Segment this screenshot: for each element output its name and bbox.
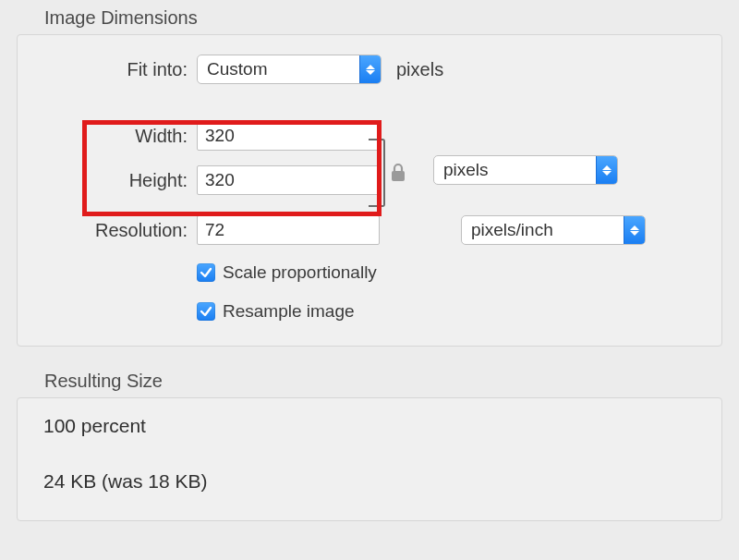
scale-proportionally-label: Scale proportionally	[223, 262, 377, 283]
resolution-units-value: pixels/inch	[462, 220, 624, 240]
result-percent: 100 percent	[30, 402, 709, 437]
dimension-units-value: pixels	[434, 160, 596, 180]
scale-proportionally-checkbox[interactable]: Scale proportionally	[197, 262, 377, 283]
height-input[interactable]	[197, 165, 380, 195]
resample-image-label: Resample image	[223, 301, 355, 322]
resolution-label: Resolution:	[30, 220, 188, 241]
dropdown-stepper-icon	[359, 55, 381, 83]
height-label: Height:	[30, 170, 188, 191]
dropdown-stepper-icon	[596, 156, 617, 184]
result-filesize: 24 KB (was 18 KB)	[30, 457, 709, 493]
image-dimensions-group: Fit into: Custom pixels Width: Height:	[17, 34, 722, 347]
resolution-units-select[interactable]: pixels/inch	[461, 215, 646, 245]
checkmark-icon	[197, 263, 215, 282]
lock-icon	[389, 163, 407, 183]
link-bracket-icon	[369, 139, 385, 207]
fit-into-label: Fit into:	[30, 59, 188, 80]
svg-rect-0	[392, 171, 405, 181]
resample-image-checkbox[interactable]: Resample image	[197, 301, 355, 322]
resolution-input[interactable]	[197, 215, 380, 245]
checkmark-icon	[197, 302, 215, 321]
fit-into-select-value: Custom	[198, 59, 359, 79]
fit-into-units-label: pixels	[396, 59, 443, 80]
resulting-size-heading: Resulting Size	[17, 363, 722, 397]
dropdown-stepper-icon	[624, 216, 645, 244]
image-dimensions-heading: Image Dimensions	[17, 0, 722, 34]
fit-into-select[interactable]: Custom	[197, 55, 382, 84]
dimension-units-select[interactable]: pixels	[433, 155, 618, 185]
resulting-size-group: 100 percent 24 KB (was 18 KB)	[17, 397, 722, 521]
width-label: Width:	[30, 126, 188, 147]
width-input[interactable]	[197, 121, 380, 151]
